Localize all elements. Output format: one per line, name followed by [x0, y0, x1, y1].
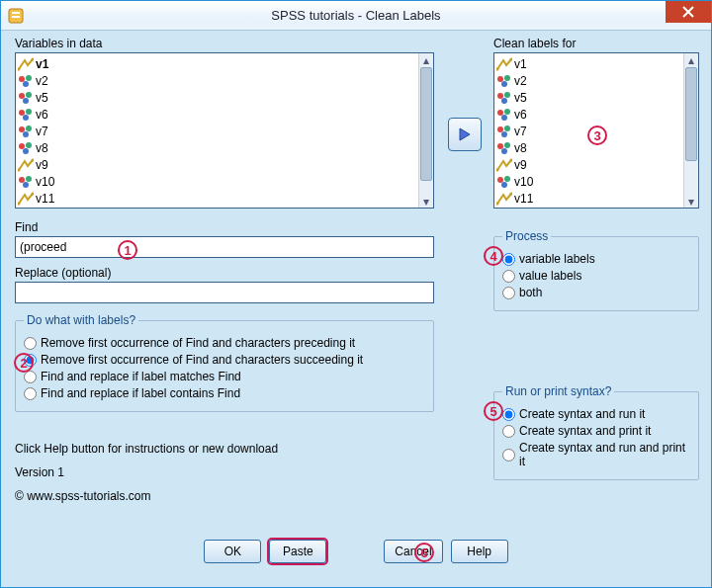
- svg-point-5: [19, 76, 25, 82]
- radio-option[interactable]: value labels: [502, 269, 690, 283]
- dialog-window: SPSS tutorials - Clean Labels Variables …: [0, 0, 712, 588]
- svg-point-23: [26, 176, 32, 182]
- button-row: OK Paste Cancel Help: [15, 540, 697, 569]
- find-label: Find: [15, 220, 434, 234]
- scale-icon: [496, 158, 512, 172]
- clean-labels-for-label: Clean labels for: [493, 37, 699, 50]
- list-item[interactable]: v9: [496, 156, 682, 173]
- radio-option[interactable]: variable labels: [502, 252, 690, 266]
- radio-label: Create syntax and run it: [519, 407, 645, 421]
- list-item[interactable]: v8: [18, 139, 417, 156]
- list-item-label: v9: [36, 158, 48, 172]
- svg-rect-1: [12, 12, 20, 14]
- list-item[interactable]: v9: [18, 156, 417, 173]
- list-item[interactable]: v7: [496, 123, 682, 139]
- list-item[interactable]: v11: [18, 190, 417, 206]
- find-input[interactable]: [15, 236, 434, 258]
- radio-option[interactable]: Find and replace if label contains Find: [24, 386, 425, 400]
- radio-option[interactable]: Create syntax and run and print it: [502, 441, 690, 468]
- paste-button[interactable]: Paste: [269, 540, 326, 563]
- cancel-button[interactable]: Cancel: [384, 540, 442, 563]
- scrollbar[interactable]: ▴ ▾: [418, 53, 433, 208]
- info-line: Click Help button for instructions or ne…: [15, 442, 278, 456]
- radio-option[interactable]: Create syntax and run it: [502, 407, 690, 421]
- svg-point-16: [23, 131, 29, 137]
- list-item-label: v11: [514, 192, 533, 206]
- radio-label: both: [519, 286, 542, 299]
- list-item[interactable]: v1: [18, 55, 417, 72]
- list-item[interactable]: v2: [18, 72, 417, 89]
- svg-point-43: [501, 148, 507, 154]
- radio-option[interactable]: Create syntax and print it: [502, 424, 690, 438]
- list-item-label: v2: [36, 74, 48, 88]
- radio-option[interactable]: Remove first occurrence of Find and char…: [24, 353, 425, 367]
- scroll-up-icon[interactable]: ▴: [419, 53, 433, 66]
- svg-point-22: [19, 177, 25, 183]
- help-button[interactable]: Help: [451, 540, 508, 563]
- scroll-thumb[interactable]: [685, 67, 697, 161]
- svg-point-32: [497, 93, 503, 99]
- dialog-content: Variables in data v1v2v5v6v7v8v9v10v11 ▴…: [15, 37, 697, 573]
- nominal-icon: [18, 141, 34, 155]
- svg-point-18: [26, 142, 32, 148]
- radio-option[interactable]: both: [502, 286, 690, 299]
- list-item[interactable]: v10: [18, 173, 417, 190]
- scale-icon: [18, 158, 34, 172]
- scroll-up-icon[interactable]: ▴: [684, 53, 698, 66]
- list-item-label: v10: [36, 175, 54, 189]
- radio-input[interactable]: [502, 449, 515, 462]
- radio-input[interactable]: [24, 354, 37, 367]
- clean-labels-for-list[interactable]: v1v2v5v6v7v8v9v10v11 ▴ ▾: [493, 52, 699, 209]
- radio-input[interactable]: [24, 337, 37, 350]
- list-item[interactable]: v8: [496, 139, 682, 156]
- list-item[interactable]: v10: [496, 173, 682, 190]
- radio-input[interactable]: [24, 371, 37, 383]
- nominal-icon: [496, 74, 512, 88]
- radio-input[interactable]: [502, 253, 515, 266]
- replace-section: Replace (optional): [15, 266, 434, 303]
- scroll-down-icon[interactable]: ▾: [419, 195, 433, 208]
- list-item[interactable]: v1: [496, 55, 682, 72]
- move-right-button[interactable]: [448, 118, 482, 151]
- titlebar: SPSS tutorials - Clean Labels: [1, 1, 711, 31]
- variables-in-data-list[interactable]: v1v2v5v6v7v8v9v10v11 ▴ ▾: [15, 52, 434, 209]
- close-button[interactable]: [666, 1, 711, 23]
- svg-point-17: [19, 143, 25, 149]
- svg-point-19: [23, 148, 29, 154]
- radio-input[interactable]: [24, 387, 37, 400]
- svg-point-40: [501, 131, 507, 137]
- ok-button[interactable]: OK: [204, 540, 261, 563]
- radio-label: Find and replace if label matches Find: [41, 370, 241, 383]
- radio-label: variable labels: [519, 252, 595, 266]
- list-item[interactable]: v5: [18, 89, 417, 106]
- list-item[interactable]: v7: [18, 123, 417, 139]
- nominal-icon: [18, 175, 34, 189]
- radio-input[interactable]: [502, 270, 515, 283]
- list-item[interactable]: v6: [496, 106, 682, 123]
- scroll-down-icon[interactable]: ▾: [684, 195, 698, 208]
- replace-input[interactable]: [15, 282, 434, 303]
- list-item[interactable]: v6: [18, 106, 417, 123]
- svg-point-38: [497, 126, 503, 132]
- list-item[interactable]: v5: [496, 89, 682, 106]
- radio-input[interactable]: [502, 287, 515, 299]
- radio-input[interactable]: [502, 408, 515, 421]
- radio-option[interactable]: Remove first occurrence of Find and char…: [24, 336, 425, 350]
- nominal-icon: [18, 91, 34, 105]
- radio-label: Find and replace if label contains Find: [41, 386, 240, 400]
- list-item[interactable]: v11: [496, 190, 682, 206]
- list-item[interactable]: v2: [496, 72, 682, 89]
- radio-input[interactable]: [502, 425, 515, 438]
- svg-point-35: [497, 110, 503, 116]
- svg-point-12: [26, 109, 32, 115]
- radio-option[interactable]: Find and replace if label matches Find: [24, 370, 425, 383]
- scrollbar[interactable]: ▴ ▾: [683, 53, 698, 208]
- svg-point-10: [23, 98, 29, 104]
- nominal-icon: [496, 108, 512, 122]
- scroll-thumb[interactable]: [420, 67, 432, 181]
- list-item-label: v7: [514, 125, 527, 138]
- replace-label: Replace (optional): [15, 266, 434, 280]
- svg-point-11: [19, 110, 25, 116]
- svg-rect-2: [12, 16, 20, 18]
- list-item-label: v5: [36, 91, 48, 105]
